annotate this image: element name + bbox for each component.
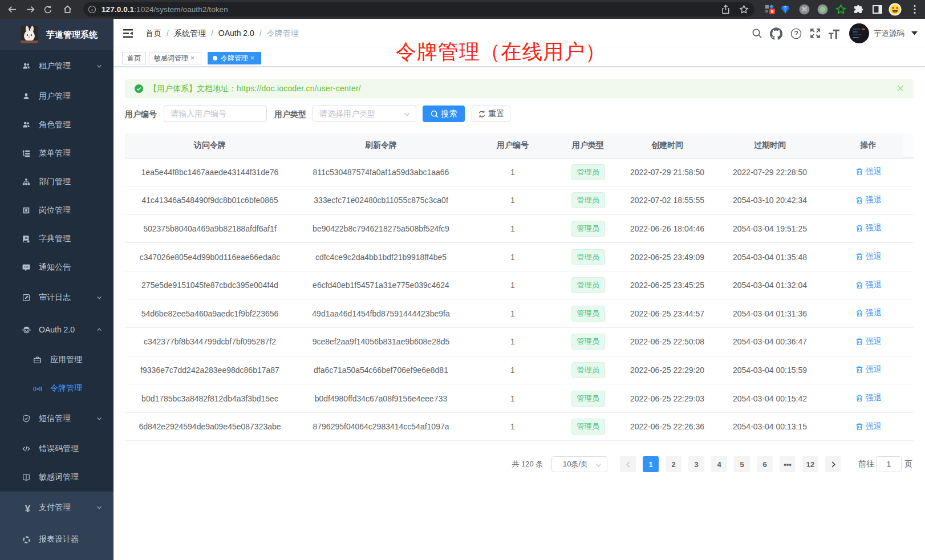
svg-text:¥: ¥ — [25, 504, 31, 514]
svg-text:⌘: ⌘ — [801, 6, 808, 13]
svg-text:9: 9 — [770, 9, 773, 14]
svg-text:a: a — [36, 387, 39, 391]
